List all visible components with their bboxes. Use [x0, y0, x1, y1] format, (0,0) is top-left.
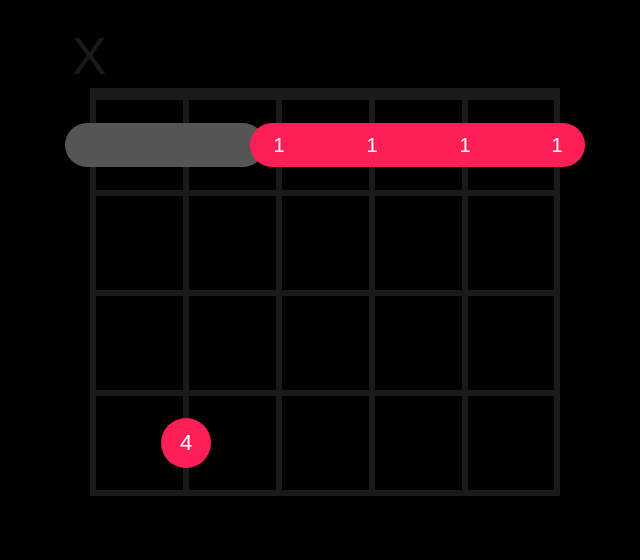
fretboard: 1 1 1 1 4: [90, 88, 560, 496]
dot-label: 4: [180, 430, 192, 456]
mute-marker-string-1: X: [72, 30, 107, 82]
barre-label-string-5: 1: [455, 135, 475, 155]
dot-string-2-fret-4: 4: [161, 418, 211, 468]
barre-fret-1: [250, 123, 585, 167]
barre-label-string-6: 1: [547, 135, 567, 155]
fret-line-2: [90, 290, 560, 296]
barre-shadow: [65, 123, 265, 167]
nut: [90, 88, 560, 100]
fret-line-4: [90, 490, 560, 496]
fret-line-3: [90, 390, 560, 396]
fret-line-1: [90, 190, 560, 196]
barre-label-string-3: 1: [269, 135, 289, 155]
barre-label-string-4: 1: [362, 135, 382, 155]
